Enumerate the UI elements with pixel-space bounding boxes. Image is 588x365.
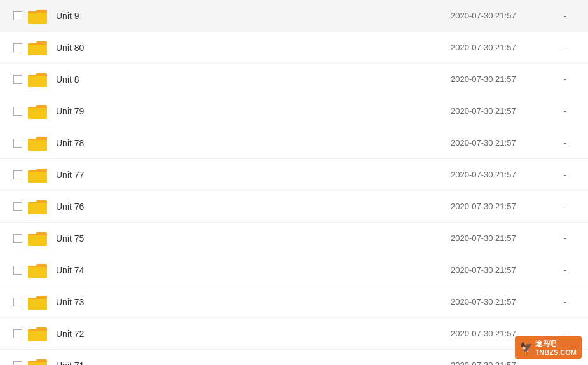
svg-rect-17 bbox=[28, 267, 47, 278]
row-checkbox[interactable] bbox=[13, 202, 22, 211]
file-date: 2020-07-30 21:57 bbox=[451, 265, 552, 275]
svg-rect-3 bbox=[28, 45, 47, 55]
folder-icon bbox=[28, 263, 47, 278]
watermark-line2: TNBZS.COM bbox=[535, 348, 577, 356]
folder-icon bbox=[28, 326, 47, 341]
row-checkbox[interactable] bbox=[13, 234, 22, 243]
file-name: Unit 79 bbox=[51, 106, 451, 116]
folder-icon bbox=[28, 8, 47, 24]
file-date: 2020-07-30 21:57 bbox=[451, 74, 552, 84]
folder-icon-col bbox=[28, 231, 51, 246]
folder-icon-col bbox=[28, 326, 51, 341]
row-checkbox[interactable] bbox=[13, 43, 22, 52]
table-row[interactable]: Unit 71 2020-07-30 21:57 - bbox=[0, 350, 588, 365]
svg-rect-23 bbox=[28, 362, 47, 366]
file-date: 2020-07-30 21:57 bbox=[451, 202, 552, 211]
checkbox-col bbox=[10, 139, 25, 148]
checkbox-col bbox=[10, 170, 25, 179]
folder-icon bbox=[28, 135, 47, 151]
file-name: Unit 76 bbox=[51, 202, 451, 212]
file-date: 2020-07-30 21:57 bbox=[451, 106, 552, 116]
file-name: Unit 8 bbox=[51, 74, 451, 85]
watermark-bird-icon: 🦅 bbox=[520, 341, 533, 354]
file-name: Unit 75 bbox=[51, 233, 451, 244]
folder-icon-col bbox=[28, 167, 51, 182]
checkbox-col bbox=[10, 11, 25, 20]
folder-icon bbox=[28, 72, 47, 87]
file-name: Unit 73 bbox=[51, 297, 451, 307]
folder-icon-col bbox=[28, 72, 51, 87]
file-size: - bbox=[552, 233, 578, 243]
folder-icon-col bbox=[28, 358, 51, 366]
file-list: Unit 9 2020-07-30 21:57 - Unit 80 2020-0… bbox=[0, 0, 588, 365]
checkbox-col bbox=[10, 361, 25, 366]
checkbox-col bbox=[10, 107, 25, 116]
svg-rect-5 bbox=[28, 76, 47, 87]
row-checkbox[interactable] bbox=[13, 75, 22, 84]
svg-rect-1 bbox=[28, 13, 47, 24]
file-size: - bbox=[552, 74, 578, 84]
folder-icon-col bbox=[28, 135, 51, 151]
table-row[interactable]: Unit 74 2020-07-30 21:57 - bbox=[0, 254, 588, 286]
file-name: Unit 74 bbox=[51, 265, 451, 275]
checkbox-col bbox=[10, 266, 25, 275]
folder-icon bbox=[28, 231, 47, 246]
table-row[interactable]: Unit 73 2020-07-30 21:57 - bbox=[0, 286, 588, 318]
row-checkbox[interactable] bbox=[13, 361, 22, 366]
table-row[interactable]: Unit 9 2020-07-30 21:57 - bbox=[0, 0, 588, 32]
file-date: 2020-07-30 21:57 bbox=[451, 297, 552, 306]
svg-rect-15 bbox=[28, 235, 47, 246]
folder-icon bbox=[28, 358, 47, 366]
file-date: 2020-07-30 21:57 bbox=[451, 138, 552, 148]
file-date: 2020-07-30 21:57 bbox=[451, 11, 552, 20]
file-date: 2020-07-30 21:57 bbox=[451, 233, 552, 243]
table-row[interactable]: Unit 72 2020-07-30 21:57 - bbox=[0, 318, 588, 350]
file-name: Unit 77 bbox=[51, 170, 451, 180]
row-checkbox[interactable] bbox=[13, 11, 22, 20]
file-size: - bbox=[552, 202, 578, 211]
watermark: 🦅 途鸟吧 TNBZS.COM bbox=[515, 336, 582, 359]
row-checkbox[interactable] bbox=[13, 329, 22, 338]
folder-icon-col bbox=[28, 294, 51, 310]
row-checkbox[interactable] bbox=[13, 298, 22, 306]
table-row[interactable]: Unit 76 2020-07-30 21:57 - bbox=[0, 191, 588, 223]
svg-rect-9 bbox=[28, 140, 47, 151]
folder-icon-col bbox=[28, 8, 51, 24]
folder-icon bbox=[28, 294, 47, 310]
file-size: - bbox=[552, 138, 578, 148]
file-name: Unit 80 bbox=[51, 43, 451, 53]
folder-icon bbox=[28, 40, 47, 55]
table-row[interactable]: Unit 79 2020-07-30 21:57 - bbox=[0, 95, 588, 127]
file-size: - bbox=[552, 361, 578, 365]
row-checkbox[interactable] bbox=[13, 266, 22, 275]
checkbox-col bbox=[10, 234, 25, 243]
watermark-line1: 途鸟吧 bbox=[535, 339, 577, 348]
file-name: Unit 78 bbox=[51, 138, 451, 148]
file-size: - bbox=[552, 43, 578, 52]
row-checkbox[interactable] bbox=[13, 107, 22, 116]
checkbox-col bbox=[10, 298, 25, 306]
svg-rect-11 bbox=[28, 172, 47, 182]
svg-rect-7 bbox=[28, 108, 47, 119]
table-row[interactable]: Unit 80 2020-07-30 21:57 - bbox=[0, 32, 588, 64]
folder-icon bbox=[28, 167, 47, 182]
file-size: - bbox=[552, 106, 578, 116]
table-row[interactable]: Unit 78 2020-07-30 21:57 - bbox=[0, 127, 588, 159]
row-checkbox[interactable] bbox=[13, 170, 22, 179]
row-checkbox[interactable] bbox=[13, 139, 22, 148]
svg-rect-19 bbox=[28, 299, 47, 310]
table-row[interactable]: Unit 77 2020-07-30 21:57 - bbox=[0, 159, 588, 191]
svg-rect-21 bbox=[28, 331, 47, 341]
file-size: - bbox=[552, 11, 578, 20]
folder-icon-col bbox=[28, 40, 51, 55]
folder-icon-col bbox=[28, 104, 51, 119]
file-name: Unit 72 bbox=[51, 329, 451, 339]
table-row[interactable]: Unit 8 2020-07-30 21:57 - bbox=[0, 64, 588, 95]
file-date: 2020-07-30 21:57 bbox=[451, 361, 552, 365]
checkbox-col bbox=[10, 329, 25, 338]
checkbox-col bbox=[10, 202, 25, 211]
svg-rect-13 bbox=[28, 203, 47, 214]
folder-icon bbox=[28, 104, 47, 119]
file-size: - bbox=[552, 170, 578, 179]
table-row[interactable]: Unit 75 2020-07-30 21:57 - bbox=[0, 223, 588, 254]
